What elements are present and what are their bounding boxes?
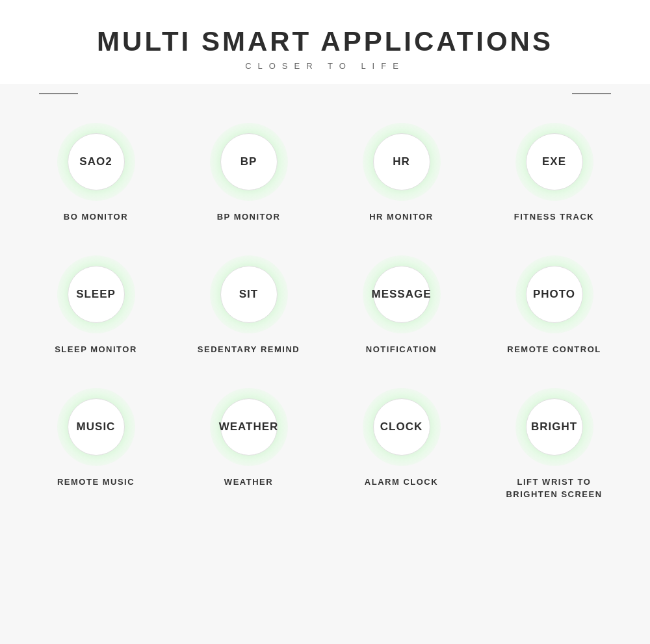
circle-label-exe: EXE xyxy=(542,155,566,168)
circle-wrap-message: MESSAGE xyxy=(363,255,441,333)
app-item-sao2[interactable]: SAO2BO MONITOR xyxy=(20,110,172,242)
circle-inner-bright: BRIGHT xyxy=(526,398,583,456)
divider-right xyxy=(572,93,611,94)
circle-inner-sao2: SAO2 xyxy=(68,133,125,190)
circle-wrap-clock: CLOCK xyxy=(363,388,441,466)
circle-wrap-hr: HR xyxy=(363,123,441,201)
app-label-sao2: BO MONITOR xyxy=(64,211,128,223)
circle-wrap-sleep: SLEEP xyxy=(57,255,135,333)
app-item-hr[interactable]: HRHR MONITOR xyxy=(325,110,478,242)
circle-label-bp: BP xyxy=(240,155,257,168)
circle-inner-sit: SIT xyxy=(220,266,278,323)
circle-label-message: MESSAGE xyxy=(371,288,431,301)
circle-wrap-sao2: SAO2 xyxy=(57,123,135,201)
circle-label-photo: PHOTO xyxy=(533,288,575,301)
circle-label-weather: WEATHER xyxy=(219,420,279,433)
header: MULTI SMART APPLICATIONS CLOSER TO LIFE xyxy=(0,0,650,84)
app-label-music: REMOTE MUSIC xyxy=(57,476,135,488)
circle-label-hr: HR xyxy=(393,155,410,168)
circle-label-sao2: SAO2 xyxy=(79,155,112,168)
circle-wrap-exe: EXE xyxy=(515,123,593,201)
app-label-hr: HR MONITOR xyxy=(369,211,434,223)
circle-inner-message: MESSAGE xyxy=(373,266,430,323)
app-item-bright[interactable]: BRIGHTLIFT WRIST TO BRIGHTEN SCREEN xyxy=(478,375,630,519)
page-title: MULTI SMART APPLICATIONS xyxy=(0,26,650,57)
circle-label-sit: SIT xyxy=(239,288,258,301)
app-label-message: NOTIFICATION xyxy=(366,344,437,355)
app-item-sit[interactable]: SITSEDENTARY REMIND xyxy=(172,242,325,375)
app-grid: SAO2BO MONITORBPBP MONITORHRHR MONITOREX… xyxy=(0,103,650,520)
app-label-weather: WEATHER xyxy=(224,476,273,488)
app-item-clock[interactable]: CLOCKALARM CLOCK xyxy=(325,375,478,519)
circle-label-bright: BRIGHT xyxy=(531,420,577,433)
divider-left xyxy=(39,93,78,94)
app-label-bp: BP MONITOR xyxy=(217,211,281,223)
app-label-exe: FITNESS TRACK xyxy=(514,211,595,223)
circle-label-music: MUSIC xyxy=(77,420,116,433)
circle-label-clock: CLOCK xyxy=(380,420,422,433)
circle-wrap-sit: SIT xyxy=(210,255,288,333)
app-label-clock: ALARM CLOCK xyxy=(365,476,438,488)
circle-inner-exe: EXE xyxy=(526,133,583,190)
app-label-photo: REMOTE CONTROL xyxy=(507,344,601,355)
divider-row xyxy=(0,84,650,103)
app-label-bright: LIFT WRIST TO BRIGHTEN SCREEN xyxy=(506,476,602,500)
circle-inner-weather: WEATHER xyxy=(220,398,278,456)
app-item-music[interactable]: MUSICREMOTE MUSIC xyxy=(20,375,172,519)
circle-wrap-photo: PHOTO xyxy=(515,255,593,333)
circle-wrap-bp: BP xyxy=(210,123,288,201)
app-item-weather[interactable]: WEATHERWEATHER xyxy=(172,375,325,519)
app-label-sit: SEDENTARY REMIND xyxy=(198,344,300,355)
circle-inner-bp: BP xyxy=(220,133,278,190)
circle-inner-sleep: SLEEP xyxy=(68,266,125,323)
page: MULTI SMART APPLICATIONS CLOSER TO LIFE … xyxy=(0,0,650,644)
app-item-photo[interactable]: PHOTOREMOTE CONTROL xyxy=(478,242,630,375)
page-subtitle: CLOSER TO LIFE xyxy=(0,61,650,71)
circle-wrap-weather: WEATHER xyxy=(210,388,288,466)
circle-wrap-music: MUSIC xyxy=(57,388,135,466)
app-item-message[interactable]: MESSAGENOTIFICATION xyxy=(325,242,478,375)
app-item-exe[interactable]: EXEFITNESS TRACK xyxy=(478,110,630,242)
circle-inner-clock: CLOCK xyxy=(373,398,430,456)
circle-inner-photo: PHOTO xyxy=(526,266,583,323)
circle-wrap-bright: BRIGHT xyxy=(515,388,593,466)
app-item-sleep[interactable]: SLEEPSLEEP MONITOR xyxy=(20,242,172,375)
circle-inner-music: MUSIC xyxy=(68,398,125,456)
circle-label-sleep: SLEEP xyxy=(76,288,116,301)
app-item-bp[interactable]: BPBP MONITOR xyxy=(172,110,325,242)
circle-inner-hr: HR xyxy=(373,133,430,190)
app-label-sleep: SLEEP MONITOR xyxy=(55,344,137,355)
